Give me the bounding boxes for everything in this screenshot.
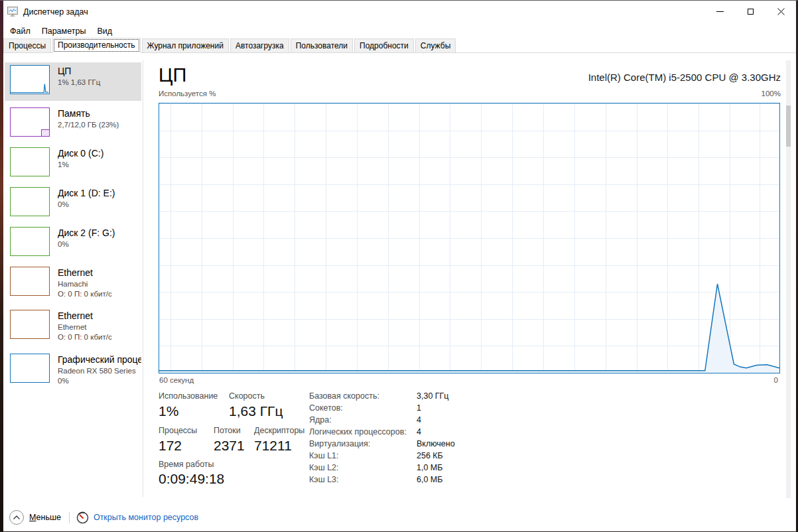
memory-composition-marker: [41, 129, 49, 136]
chart-label-zero: 0: [774, 376, 778, 384]
sidebar-divider: [143, 60, 143, 497]
task-manager-app-icon: [7, 6, 19, 18]
handles-value: 71211: [254, 438, 292, 454]
titlebar[interactable]: Диспетчер задач: [3, 1, 796, 23]
detail-label-l3-cache: Кэш L3:: [309, 475, 339, 484]
detail-value-sockets: 1: [417, 403, 421, 413]
footer-bar: Меньше Открыть монитор ресурсов: [3, 509, 796, 526]
page-title: ЦП: [159, 64, 186, 86]
minimize-button[interactable]: [704, 1, 735, 21]
detail-label-cores: Ядра:: [309, 415, 332, 425]
speed-label: Скорость: [229, 391, 265, 401]
sidebar-item-disk1[interactable]: Диск 1 (D: E:) 0%: [5, 184, 141, 224]
chart-label-max: 100%: [762, 90, 781, 98]
processes-value: 172: [159, 438, 182, 454]
fewer-details-button[interactable]: [9, 510, 24, 525]
footer-separator: [69, 512, 70, 523]
processes-label: Процессы: [159, 426, 197, 435]
sidebar-item-memory[interactable]: Память 2,7/12,0 ГБ (23%): [5, 105, 141, 145]
detail-value-base-speed: 3,30 ГГц: [417, 391, 449, 401]
detail-value-cores: 4: [417, 415, 421, 425]
open-resource-monitor-label[interactable]: Открыть монитор ресурсов: [94, 513, 198, 522]
maximize-icon: [748, 9, 754, 15]
open-resource-monitor-link[interactable]: Открыть монитор ресурсов: [76, 511, 198, 524]
detail-label-l2-cache: Кэш L2:: [309, 463, 339, 472]
tab-processes[interactable]: Процессы: [3, 38, 51, 52]
disk0-mini-chart: [10, 147, 50, 176]
gpu-mini-chart: [10, 354, 50, 383]
ethernet1-mini-chart: [10, 267, 50, 296]
tab-details[interactable]: Подробности: [354, 38, 414, 52]
cpu-usage-chart: [159, 103, 780, 373]
tab-startup[interactable]: Автозагрузка: [230, 38, 289, 52]
threads-label: Потоки: [214, 426, 241, 435]
window-title: Диспетчер задач: [23, 7, 88, 17]
cpu-mini-chart: [10, 65, 50, 94]
detail-label-base-speed: Базовая скорость:: [309, 391, 379, 401]
detail-value-virtualization: Включено: [417, 439, 455, 448]
detail-label-sockets: Сокетов:: [309, 403, 343, 413]
maximize-button[interactable]: [735, 1, 765, 21]
chevron-up-icon: [13, 515, 21, 520]
minimize-icon: [716, 11, 724, 12]
menu-file[interactable]: Файл: [10, 27, 31, 36]
tab-services[interactable]: Службы: [415, 38, 456, 52]
handles-label: Дескрипторы: [254, 426, 304, 435]
main-scrollbar[interactable]: [786, 60, 791, 498]
detail-value-l3-cache: 6,0 МБ: [417, 475, 442, 484]
cpu-usage-area-series: [159, 103, 779, 373]
tab-app-history[interactable]: Журнал приложений: [142, 38, 229, 52]
desktop-background-strip-left: [0, 1, 3, 532]
sidebar-item-cpu[interactable]: ЦП 1% 1,63 ГГц: [5, 62, 141, 101]
tab-bar: Процессы Производительность Журнал прило…: [3, 38, 796, 53]
sidebar-item-disk0[interactable]: Диск 0 (C:) 1%: [5, 145, 141, 184]
tab-users[interactable]: Пользователи: [291, 38, 353, 52]
close-icon: [777, 8, 785, 15]
sidebar-item-ethernet-hamachi[interactable]: Ethernet Hamachi О: 0 П: 0 кбит/с: [5, 264, 141, 305]
menu-options[interactable]: Параметры: [42, 27, 86, 36]
sidebar-item-disk2[interactable]: Диск 2 (F: G:) 0%: [5, 224, 141, 264]
detail-value-logical-processors: 4: [417, 427, 421, 436]
chart-label-metric: Используется %: [159, 90, 216, 98]
menu-bar: Файл Параметры Вид: [3, 24, 796, 38]
window-controls: [704, 1, 796, 21]
speed-value: 1,63 ГГц: [229, 403, 283, 419]
uptime-value: 0:09:49:18: [159, 471, 224, 487]
uptime-label: Время работы: [159, 460, 214, 469]
close-button[interactable]: [765, 1, 796, 21]
threads-value: 2371: [214, 438, 245, 454]
ethernet2-mini-chart: [10, 310, 50, 339]
sidebar-item-ethernet[interactable]: Ethernet Ethernet О: 0 П: 0 кбит/с: [5, 307, 141, 348]
tab-performance[interactable]: Производительность: [52, 38, 140, 53]
detail-label-logical-processors: Логических процессоров:: [309, 427, 407, 436]
menu-view[interactable]: Вид: [97, 27, 112, 36]
chart-label-timespan: 60 секунд: [159, 376, 194, 384]
usage-label: Использование: [159, 391, 218, 401]
detail-label-l1-cache: Кэш L1:: [309, 451, 339, 460]
resource-monitor-icon: [76, 511, 89, 524]
fewer-details-label[interactable]: Меньше: [29, 513, 61, 522]
detail-label-virtualization: Виртуализация:: [309, 439, 370, 448]
disk2-mini-chart: [10, 227, 50, 256]
usage-value: 1%: [159, 403, 178, 419]
scrollbar-thumb[interactable]: [786, 105, 791, 147]
memory-mini-chart: [10, 107, 50, 137]
task-manager-window: Диспетчер задач Файл Параметры Вид Проце…: [0, 0, 798, 532]
detail-value-l2-cache: 1,0 МБ: [417, 463, 442, 472]
disk1-mini-chart: [10, 187, 50, 216]
detail-value-l1-cache: 256 КБ: [417, 451, 443, 460]
sidebar-item-gpu[interactable]: Графический процессор Radeon RX 580 Seri…: [5, 351, 141, 392]
cpu-model-name: Intel(R) Core(TM) i5-2500 CPU @ 3.30GHz: [588, 72, 781, 83]
